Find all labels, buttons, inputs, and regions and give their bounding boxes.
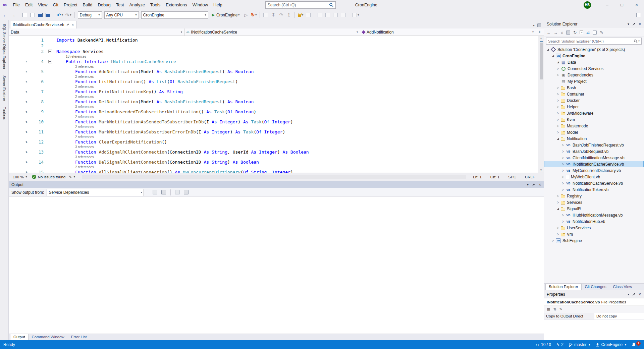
tree-item[interactable]: ◢VBCronEngine (544, 53, 644, 59)
solution-search[interactable]: Search Solution Explorer (Ctrl+;) ▾ (544, 37, 644, 46)
tree-item[interactable]: ▷Model (544, 129, 644, 135)
find-in-files-button[interactable] (305, 11, 312, 19)
code-line-text[interactable]: Function PrintNotificationKey() As Strin… (56, 89, 538, 95)
panel-tab-error-list[interactable]: Error List (68, 334, 90, 340)
column-indicator[interactable]: Ch: 1 (490, 175, 500, 179)
member-dropdown[interactable]: AddNotification ▾ (360, 28, 536, 36)
menu-file[interactable]: File (10, 1, 22, 9)
side-tab-sql-server-object-explorer[interactable]: SQL Server Object Explorer (2, 21, 6, 72)
codelens-references[interactable]: 18 references (66, 54, 538, 59)
code-editor[interactable]: 1Imports BackendAPI.Notification23−Names… (9, 36, 544, 173)
tree-item[interactable]: ▷VBIHubNotificationMessage.vb (544, 212, 644, 218)
redo-button[interactable]: ↷▾ (65, 11, 72, 19)
window-position-icon[interactable]: ▾ (628, 22, 629, 26)
open-file-button[interactable] (29, 11, 36, 19)
pin-icon[interactable] (632, 22, 636, 26)
menu-build[interactable]: Build (80, 1, 95, 9)
codelens-references[interactable]: 3 references (75, 155, 538, 159)
explorer-tab-git-changes[interactable]: Git Changes (582, 284, 610, 290)
expand-arrow-icon[interactable]: ▷ (555, 67, 560, 70)
preserve-log-button[interactable]: ▾ (297, 11, 304, 19)
panel-tab-command-window[interactable]: Command Window (29, 334, 68, 340)
expand-arrow-icon[interactable]: ▷ (560, 188, 566, 191)
side-tab-server-explorer[interactable]: Server Explorer (2, 72, 6, 104)
close-button[interactable]: × (629, 0, 644, 10)
editor-options-icon[interactable] (537, 23, 541, 27)
expand-arrow-icon[interactable]: ▷ (550, 239, 555, 242)
tree-item[interactable]: ▷Registry (544, 193, 644, 199)
start-debugging-button[interactable]: ▶ CronEngine ▾ (210, 11, 242, 19)
scrollbar-thumb[interactable] (540, 43, 543, 79)
pending-edits[interactable]: ✎ 2 (556, 342, 564, 347)
document-health-indicator[interactable]: ✓ No issues found (32, 175, 65, 179)
tree-item[interactable]: ▷▣Dependencies (544, 72, 644, 78)
navigate-back-button[interactable]: ← (2, 11, 9, 19)
property-value[interactable]: Do not copy (594, 313, 644, 319)
properties-shortcut-icon[interactable]: ✎ (600, 30, 603, 35)
menu-project[interactable]: Project (61, 1, 80, 9)
step-out-button[interactable]: ↥ (285, 11, 292, 19)
expand-arrow-icon[interactable]: ▷ (560, 143, 566, 147)
find-message-button[interactable] (152, 189, 158, 196)
code-line-text[interactable]: Function DelNotification(Model As BashJo… (56, 99, 538, 105)
zoom-dropdown[interactable]: 100 % ▾ (11, 175, 29, 179)
menu-edit[interactable]: Edit (22, 1, 35, 9)
window-list-icon[interactable]: ▾ (533, 23, 535, 27)
menu-window[interactable]: Window (190, 1, 211, 9)
codelens-references[interactable]: 2 references (75, 125, 538, 129)
clear-all-button[interactable] (160, 189, 167, 196)
tree-item[interactable]: ◢Solution 'CronEngine' (3 of 3 projects) (544, 46, 644, 53)
fold-toggle[interactable]: − (44, 49, 56, 54)
expand-arrow-icon[interactable]: ▷ (555, 73, 560, 76)
show-all-files-icon[interactable] (593, 31, 597, 35)
tree-item[interactable]: ◢Notification (544, 135, 644, 142)
collapse-arrow-icon[interactable]: ◢ (545, 48, 550, 51)
fold-toggle[interactable]: − (44, 59, 56, 64)
code-line-text[interactable]: Function AddSignalRClientConnection(Conn… (56, 149, 538, 155)
window-position-icon[interactable]: ▾ (628, 292, 629, 296)
menu-extensions[interactable]: Extensions (163, 1, 190, 9)
step-over-button[interactable]: ↷ (278, 11, 284, 19)
tree-item[interactable]: ▷Kvm (544, 116, 644, 123)
split-window-icon[interactable]: ⇕ (536, 28, 544, 36)
tree-item[interactable]: ▷Vm (544, 231, 644, 237)
codelens-references[interactable]: 2 references (75, 74, 538, 79)
collapse-arrow-icon[interactable]: ◢ (555, 137, 560, 140)
tree-item[interactable]: ▷VBBashJobRequest.vb (544, 148, 644, 155)
code-line-text[interactable]: Function MarkNotificationAsSubscriberErr… (56, 129, 538, 135)
expand-arrow-icon[interactable]: ▷ (555, 233, 560, 236)
home-icon[interactable]: ⌂ (561, 30, 563, 35)
menu-tools[interactable]: Tools (148, 1, 163, 9)
tree-item[interactable]: ▷VBClientNotificationMessage.vb (544, 155, 644, 161)
expand-arrow-icon[interactable]: ▷ (555, 194, 560, 197)
notifications-button[interactable]: 2 (632, 342, 641, 347)
fold-collapse-icon[interactable]: − (48, 50, 52, 53)
tree-item[interactable]: ▷Bash (544, 84, 644, 91)
tree-item[interactable]: ▷Docker (544, 97, 644, 104)
categorize-icon[interactable]: ▦ (547, 307, 550, 311)
code-line-text[interactable]: Function AddNotification(Model As BashJo… (56, 69, 538, 74)
tree-item[interactable]: ▤My Project (544, 78, 644, 84)
code-line-text[interactable]: Imports BackendAPI.Notification (56, 37, 538, 43)
scroll-up-icon[interactable]: ▲ (540, 36, 542, 41)
properties-object-selector[interactable]: INotificationCacheService.vb File Proper… (544, 298, 644, 306)
codelens-references[interactable]: 2 references (75, 95, 538, 99)
codelens-references[interactable]: 3 references (75, 105, 538, 109)
codelens-references[interactable]: 2 references (75, 115, 538, 119)
minimize-button[interactable]: – (600, 0, 614, 10)
sync-status[interactable]: ↑↓ 10 / 0 (536, 342, 551, 347)
new-file-button[interactable] (21, 11, 28, 19)
navigate-forward-button[interactable]: → (10, 11, 16, 19)
pin-icon[interactable] (66, 23, 69, 26)
pin-icon[interactable] (532, 183, 535, 186)
menu-git[interactable]: Git (50, 1, 61, 9)
property-pages-icon[interactable]: ✎ (559, 307, 562, 311)
expand-arrow-icon[interactable]: ▷ (555, 226, 560, 229)
expand-arrow-icon[interactable]: ▷ (560, 175, 566, 178)
comment-button[interactable] (317, 11, 323, 19)
expand-arrow-icon[interactable]: ▷ (555, 124, 560, 127)
line-ending-indicator[interactable]: CRLF (525, 175, 535, 179)
tree-item[interactable]: ◢▦Data (544, 59, 644, 65)
account-avatar[interactable]: HB (584, 1, 591, 9)
word-wrap-button[interactable] (174, 189, 181, 196)
